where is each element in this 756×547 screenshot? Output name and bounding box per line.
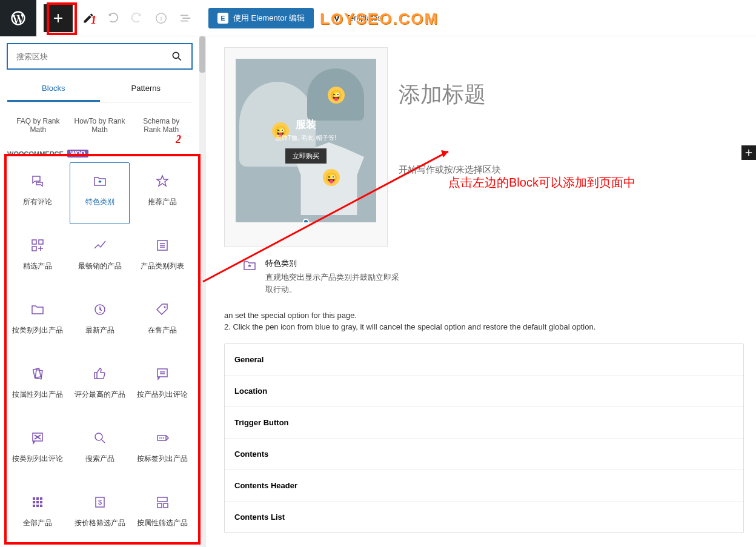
- block-label: 搜索产品: [85, 454, 114, 473]
- tab-blocks[interactable]: Blocks: [7, 76, 100, 102]
- block-search-box[interactable]: [7, 44, 192, 69]
- block-item-0[interactable]: 所有评论: [7, 162, 67, 224]
- svg-point-9: [164, 307, 165, 308]
- annotation-number-1: 1: [91, 14, 96, 27]
- page-title[interactable]: 添加标题: [399, 80, 744, 110]
- block-label: 在售产品: [148, 325, 177, 345]
- block-label: 最新产品: [85, 325, 114, 345]
- block-label: 评分最高的产品: [75, 390, 125, 409]
- folder-star-icon: [93, 174, 107, 188]
- block-item-15[interactable]: 全部产品: [7, 483, 67, 545]
- emoji-icon: 😜: [323, 169, 340, 186]
- new-icon: [93, 302, 107, 317]
- scrollbar-thumb[interactable]: [199, 36, 205, 73]
- block-item-6[interactable]: 按类别列出产品: [7, 291, 67, 353]
- svg-point-16: [159, 437, 161, 439]
- svg-rect-32: [164, 503, 168, 508]
- block-item-5[interactable]: 产品类别列表: [132, 227, 192, 288]
- review-icon: [30, 431, 45, 445]
- svg-rect-26: [36, 505, 39, 507]
- svg-rect-25: [33, 505, 35, 507]
- add-block-inline-button[interactable]: [741, 145, 756, 160]
- search-input[interactable]: [16, 52, 171, 61]
- block-item-9[interactable]: 按属性列出产品: [7, 355, 67, 417]
- block-description: 特色类别 直观地突出显示产品类别并鼓励立即采取行动。: [224, 258, 744, 307]
- watermark-text: LOYSEO.COM: [320, 10, 439, 28]
- svg-rect-31: [158, 503, 162, 508]
- preview-button[interactable]: 立即购买: [285, 148, 327, 164]
- svg-rect-4: [39, 240, 43, 244]
- accordion-item-contents-list[interactable]: Contents List: [225, 502, 743, 532]
- folder-star-icon: [242, 258, 257, 273]
- star-icon: [155, 174, 170, 188]
- panel-scrollbar[interactable]: [199, 36, 205, 547]
- info-button[interactable]: i: [150, 7, 172, 29]
- block-label: 最畅销的产品: [78, 261, 122, 280]
- block-label: 产品类别列表: [141, 261, 184, 280]
- grid9-icon: [30, 495, 45, 509]
- search-icon: [93, 431, 107, 445]
- block-item-12[interactable]: 按类别列出评论: [7, 419, 67, 481]
- resize-handle[interactable]: [303, 219, 309, 222]
- preview-image: 😜 😜 😜 服装 品牌T恤, 毛衣, 帽子等! 立即购买: [236, 59, 376, 222]
- add-block-button[interactable]: [44, 4, 73, 32]
- block-item-1[interactable]: 特色类别: [70, 162, 130, 224]
- woo-badge: WOO: [67, 150, 88, 157]
- section-title: WOOCOMMERCE: [7, 150, 64, 157]
- rankmath-faq[interactable]: FAQ by Rank Math: [7, 113, 69, 138]
- block-item-2[interactable]: 推荐产品: [132, 162, 192, 224]
- desc-title: 特色类别: [265, 258, 405, 269]
- chat-icon: [30, 174, 45, 188]
- block-item-16[interactable]: $按价格筛选产品: [70, 483, 130, 545]
- rankmath-schema[interactable]: Schema by Rank Math: [130, 113, 192, 138]
- block-item-11[interactable]: 按产品列出评论: [132, 355, 192, 417]
- elementor-edit-button[interactable]: E 使用 Elementor 编辑: [208, 8, 314, 28]
- inserter-tabs: Blocks Patterns: [7, 76, 192, 102]
- tab-patterns[interactable]: Patterns: [100, 76, 193, 102]
- block-label: 按属性列出产品: [12, 390, 63, 409]
- svg-rect-12: [158, 369, 167, 377]
- annotation-text: 点击左边的Block可以添加到页面中: [448, 174, 635, 191]
- redo-button[interactable]: [126, 7, 148, 29]
- block-inserter-panel: Blocks Patterns FAQ by Rank Math HowTo b…: [0, 36, 206, 547]
- svg-rect-30: [158, 497, 167, 502]
- preview-subtitle: 品牌T恤, 毛衣, 帽子等!: [276, 134, 336, 142]
- block-label: 全部产品: [23, 518, 52, 537]
- elementor-label: 使用 Elementor 编辑: [233, 13, 305, 24]
- settings-accordion: GeneralLocationTrigger ButtonContentsCon…: [224, 343, 744, 533]
- accordion-item-trigger-button[interactable]: Trigger Button: [225, 407, 743, 439]
- cards-icon: [30, 366, 45, 381]
- wp-logo-icon[interactable]: [0, 0, 36, 36]
- block-item-13[interactable]: 搜索产品: [70, 419, 130, 481]
- block-item-8[interactable]: 在售产品: [132, 291, 192, 353]
- block-item-3[interactable]: 精选产品: [7, 227, 67, 288]
- block-item-4[interactable]: 最畅销的产品: [70, 227, 130, 288]
- accordion-item-contents-header[interactable]: Contents Header: [225, 470, 743, 502]
- block-label: 特色类别: [85, 197, 114, 216]
- block-label: 按价格筛选产品: [75, 518, 125, 537]
- editor-canvas: 😜 😜 😜 服装 品牌T恤, 毛衣, 帽子等! 立即购买 添加标题 开始写作或按…: [206, 36, 756, 547]
- preview-title: 服装: [276, 118, 336, 131]
- block-item-17[interactable]: 按属性筛选产品: [132, 483, 192, 545]
- accordion-item-general[interactable]: General: [225, 344, 743, 376]
- svg-rect-21: [40, 497, 42, 500]
- rankmath-row: FAQ by Rank Math HowTo by Rank Math Sche…: [7, 113, 192, 138]
- svg-rect-22: [33, 501, 35, 503]
- folder-icon: [30, 302, 45, 317]
- block-item-7[interactable]: 最新产品: [70, 291, 130, 353]
- block-label: 按类别列出评论: [12, 454, 63, 473]
- svg-rect-19: [33, 497, 35, 500]
- outline-button[interactable]: [174, 7, 196, 29]
- undo-button[interactable]: [102, 7, 124, 29]
- tag-icon: [155, 302, 170, 317]
- instruction-2: 2. Click the pen icon from blue to gray,…: [224, 322, 744, 331]
- accordion-item-location[interactable]: Location: [225, 376, 743, 407]
- accordion-item-contents[interactable]: Contents: [225, 439, 743, 470]
- svg-rect-3: [32, 240, 36, 244]
- rankmath-howto[interactable]: HowTo by Rank Math: [69, 113, 131, 138]
- block-item-14[interactable]: 按标签列出产品: [132, 419, 192, 481]
- svg-rect-23: [36, 501, 39, 503]
- elementor-icon: E: [217, 13, 228, 24]
- block-item-10[interactable]: 评分最高的产品: [70, 355, 130, 417]
- svg-point-14: [95, 433, 102, 440]
